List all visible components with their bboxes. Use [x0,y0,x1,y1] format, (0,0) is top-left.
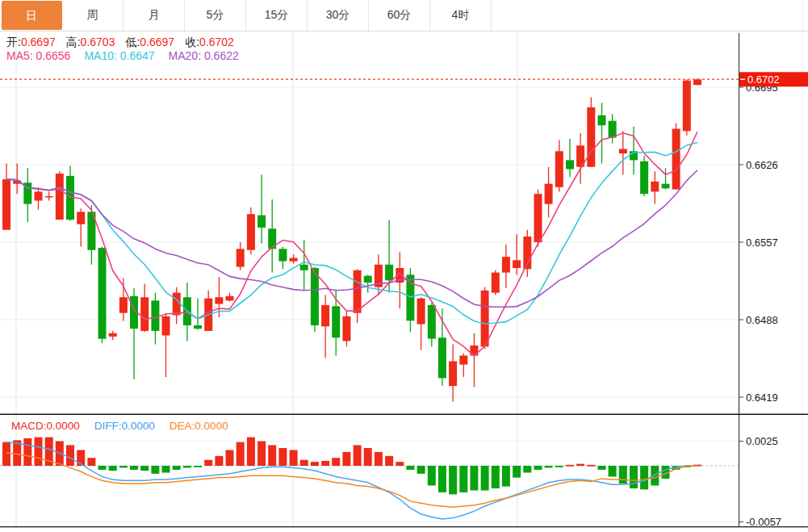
macd-legend: MACD:0.0000DIFF:0.0000DEA:0.0000 [11,420,228,433]
ma-legend: MA5: 0.6656MA10: 0.6647MA20: 0.6622 [6,49,253,62]
candles-layer [2,78,701,402]
ma5-value: MA5: 0.6656 [6,49,70,62]
svg-text:0.6626: 0.6626 [746,159,778,171]
close-label: 收: [185,36,199,48]
tab-15分[interactable]: 15分 [246,0,308,31]
tab-周[interactable]: 周 [62,0,124,31]
low-value: 0.6697 [140,36,174,48]
ma20-value: MA20: 0.6622 [169,49,239,62]
tab-4时[interactable]: 4时 [430,0,492,31]
interval-tabbar: 日周月5分15分30分60分4时 [0,0,808,31]
svg-text:0.6557: 0.6557 [746,237,778,249]
trading-chart-app: 日周月5分15分30分60分4时 0.66950.66260.65570.648… [0,0,808,532]
tab-日[interactable]: 日 [2,1,62,30]
tab-60分[interactable]: 60分 [369,0,430,31]
open-value: 0.6697 [21,36,56,48]
ohlc-legend: 开:0.6697高:0.6703低:0.6697收:0.6702 [6,36,245,48]
svg-text:0.6488: 0.6488 [746,314,778,326]
close-value: 0.6702 [199,36,234,48]
diff-value: DIFF:0.0000 [94,420,155,432]
high-value: 0.6703 [81,36,115,48]
dea-value: DEA:0.0000 [170,420,228,432]
low-label: 低: [125,36,140,48]
svg-text:0.6702: 0.6702 [747,73,780,86]
svg-text:0.0025: 0.0025 [746,435,778,447]
current-price-tag: 0.6702 [739,72,808,86]
tab-5分[interactable]: 5分 [185,0,246,31]
open-label: 开: [6,36,21,48]
ma20-line [6,170,697,308]
svg-text:-0.0057: -0.0057 [746,516,781,528]
tab-月[interactable]: 月 [124,0,185,31]
main-chart-canvas[interactable]: 0.66950.66260.65570.64880.64190.6702 [0,31,808,415]
high-label: 高: [66,36,81,48]
ma10-value: MA10: 0.6647 [84,49,154,62]
ma10-line [6,143,697,325]
svg-text:0.6419: 0.6419 [746,392,778,404]
chart-area: 0.66950.66260.65570.64880.64190.6702 0.0… [0,31,808,532]
tab-30分[interactable]: 30分 [308,0,369,31]
macd-value: MACD:0.0000 [11,420,80,432]
